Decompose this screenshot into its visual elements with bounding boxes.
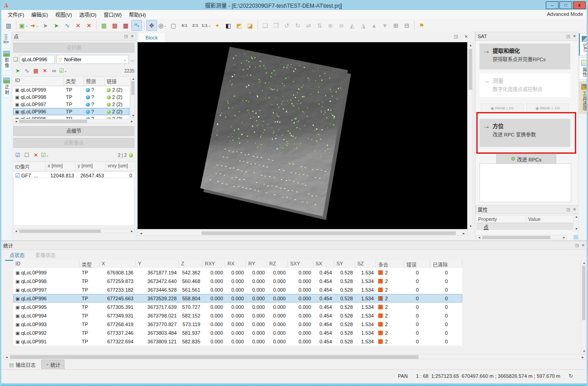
observation-table-header[interactable]: ID像片 x [mm] y [mm] vrxy [um] [13, 161, 135, 171]
delete-point-icon[interactable]: ✕ [84, 20, 94, 31]
zoom-tool-icon[interactable]: ◎⌄ [157, 20, 168, 31]
goto-point-icon[interactable]: ❏ [13, 56, 18, 63]
statistics-panel-titlebar[interactable]: 统计 ◳✕ [1, 241, 587, 250]
delete-observation-icon[interactable]: ✕ [31, 151, 40, 159]
rmse-indicator-button-1[interactable]: ◆ RMSE | 1% [481, 103, 524, 112]
stats-column-0[interactable]: ID [13, 260, 79, 268]
statistics-row[interactable]: ▣qLoL0P994TP677349.9313673798.021582.152… [13, 311, 462, 320]
point-list-row[interactable]: ▣qLoL0P996TP?2 (2) [13, 108, 129, 115]
stats-column-6[interactable]: RX [225, 260, 246, 268]
maximize-button[interactable]: □ [559, 1, 572, 9]
delete-image-point-icon[interactable]: ✕ [73, 20, 84, 31]
remove-all-images-icon[interactable]: ▦ [120, 20, 131, 31]
float-view-icon[interactable]: ◳ [454, 34, 458, 39]
workflow-step-extract[interactable]: → 提取和细化 获得联系点并完善RPCs [479, 44, 570, 69]
lock-icon[interactable]: ◪ [245, 20, 256, 31]
point-id-display-icon[interactable]: ¹²₃ [131, 20, 142, 31]
select-arrow-icon[interactable]: ➤ [40, 20, 51, 31]
statistics-row[interactable]: ▣qLoL0P996TP677245.6633673539.228558.804… [13, 294, 462, 303]
stats-column-1[interactable]: 类型 [79, 260, 99, 268]
stats-column-8[interactable]: RZ [267, 260, 288, 268]
current-point-field[interactable]: qLoL0P996 [20, 55, 55, 64]
statistics-row[interactable]: ▣qLoL0P999TP676908.1363671877.194542.362… [13, 268, 462, 277]
menu-item-5[interactable]: 帮助(H) [125, 10, 149, 19]
dock-tab-tool-options[interactable]: 工具选项 [579, 81, 588, 114]
block-vscrollbar[interactable]: ▲ ▼ [467, 42, 473, 229]
refresh-coordinates-icon[interactable]: ↻ [568, 373, 573, 379]
menu-item-1[interactable]: 编辑(E) [28, 10, 52, 19]
dock-tab-ortho[interactable]: 正射 [2, 75, 11, 98]
close-panel-icon[interactable]: ✕ [573, 34, 576, 39]
find-point-icon[interactable]: ∞ [49, 67, 59, 75]
float-panel-icon[interactable]: ◳ [575, 243, 579, 248]
block-canvas[interactable] [138, 42, 467, 229]
fit-extent-icon[interactable]: ▢ [168, 20, 179, 31]
contrast-icon[interactable]: ◧ [223, 20, 234, 31]
tab-image-status[interactable]: 影像状态 [31, 250, 60, 260]
statistics-table-header[interactable]: ID类型XYZRXYRXRYRZSXYSXSYSZ多合错误已清除 [13, 260, 462, 269]
stats-column-15[interactable]: 已清除 [430, 260, 462, 268]
filter-combobox[interactable]: ▽ NoFilter ⌄ [56, 55, 129, 64]
camera-pair-icon[interactable]: ⊟ [401, 20, 412, 31]
point-panel-hscrollbar[interactable]: ◄ ► [13, 229, 135, 233]
stats-column-13[interactable]: 多合 [376, 260, 404, 268]
stats-column-2[interactable]: X [99, 260, 136, 268]
statistics-row[interactable]: ▣qLoL0P997TP677233.1823673446.528561.561… [13, 285, 462, 294]
tab-output-log[interactable]: ▤ 输出日志 [5, 360, 40, 370]
lock-open-icon[interactable]: ◩ [234, 20, 245, 31]
minimize-button[interactable]: – [546, 1, 558, 9]
statistics-row[interactable]: ▣qLoL0P998TP677259.8733673472.640560.468… [13, 277, 462, 285]
stats-column-5[interactable]: RXY [203, 260, 225, 268]
point-table-hscrollbar[interactable]: ◄ ► [13, 119, 135, 123]
uncheck-all-icon[interactable]: ☐ [22, 151, 31, 159]
stats-column-12[interactable]: SZ [355, 260, 376, 268]
tab-statistics[interactable]: ◔ 统计 [41, 360, 64, 370]
add-image-icon[interactable]: ▣⌄ [18, 20, 29, 31]
delete-observation-icon[interactable]: ▦ [31, 67, 40, 75]
block-hscrollbar[interactable]: ◄ ► [138, 230, 467, 236]
stats-column-7[interactable]: RY [246, 260, 267, 268]
zoom-2-1-icon[interactable]: 2:1 [190, 20, 201, 31]
improve-rpcs-button[interactable]: ❂ 改进 RPCs [496, 154, 556, 164]
menu-item-2[interactable]: 视图(V) [52, 10, 76, 19]
menu-item-4[interactable]: 窗口(W) [100, 10, 125, 19]
remove-image-icon[interactable]: ▦ [109, 20, 120, 31]
float-panel-icon[interactable]: ◳ [124, 34, 128, 39]
float-panel-icon[interactable]: ◳ [566, 207, 570, 212]
stats-column-14[interactable]: 错误 [404, 260, 430, 268]
statistics-row[interactable]: ▣qLoL0P993TP677268.4193673770.827573.119… [13, 320, 462, 328]
sat-panel-titlebar[interactable]: SAT ◳✕ [475, 32, 578, 41]
transfer-point-icon[interactable]: ∿ [22, 67, 31, 75]
point-detail-button[interactable]: 点细节 [13, 126, 134, 136]
close-panel-icon[interactable]: ✕ [573, 207, 576, 212]
properties-panel-titlebar[interactable]: 属性 ◳✕ [475, 205, 578, 214]
select-image-icon[interactable]: ▦ [99, 20, 109, 31]
orientation-tool-icon[interactable]: ➜⌄ [29, 20, 40, 31]
sat-result-listbox[interactable] [479, 163, 571, 202]
measure-point-icon[interactable]: ➤ [51, 20, 62, 31]
point-list-row[interactable]: ▣qLoL0P998TP?2 (2) [13, 93, 129, 101]
point-panel-titlebar[interactable]: 点 ◳✕ [11, 32, 136, 41]
zoom-1-1-icon[interactable]: 1:1⌄ [201, 20, 212, 31]
stats-column-4[interactable]: Z [179, 260, 203, 268]
zoom-4-1-icon[interactable]: 4:1 [179, 20, 190, 31]
stats-column-10[interactable]: SX [313, 260, 334, 268]
properties-header[interactable]: Property Value [476, 215, 573, 223]
close-panel-icon[interactable]: ✕ [581, 243, 585, 248]
workflow-step-orientation[interactable]: → 方位 改进 RPC 变换参数 [479, 119, 570, 147]
check-menu-icon[interactable]: ☑⌄ [59, 67, 68, 75]
add-point-icon[interactable]: ➤ [13, 67, 22, 75]
statistics-vscrollbar[interactable]: ▲ ▼ [581, 260, 586, 354]
dock-tab-images[interactable]: 影像 [2, 49, 11, 71]
point-cloud-dock-icon[interactable]: ⣿ 3Dr [2, 34, 10, 44]
properties-hscrollbar[interactable]: ◄ ► [476, 235, 567, 239]
delete-point-icon[interactable]: ✕ [40, 67, 49, 75]
menu-item-3[interactable]: 选项(O) [75, 10, 100, 19]
statistics-row[interactable]: ▣qLoL0P995TP677305.3913673717.639570.727… [13, 303, 462, 311]
flag-cursor-icon[interactable]: ⚑ [416, 20, 427, 31]
workflow-step-measure[interactable]: → 测量 数字化连接点或控制点 [479, 73, 570, 97]
stats-column-9[interactable]: SXY [288, 260, 313, 268]
transfer-points-icon[interactable]: ∿ [62, 20, 73, 31]
title-bar[interactable]: ◮ 摄影测量 - [E:\20220309GF7-test\TEST-DEM-A… [1, 0, 587, 10]
dock-tab-sat[interactable]: SAT [579, 33, 588, 56]
